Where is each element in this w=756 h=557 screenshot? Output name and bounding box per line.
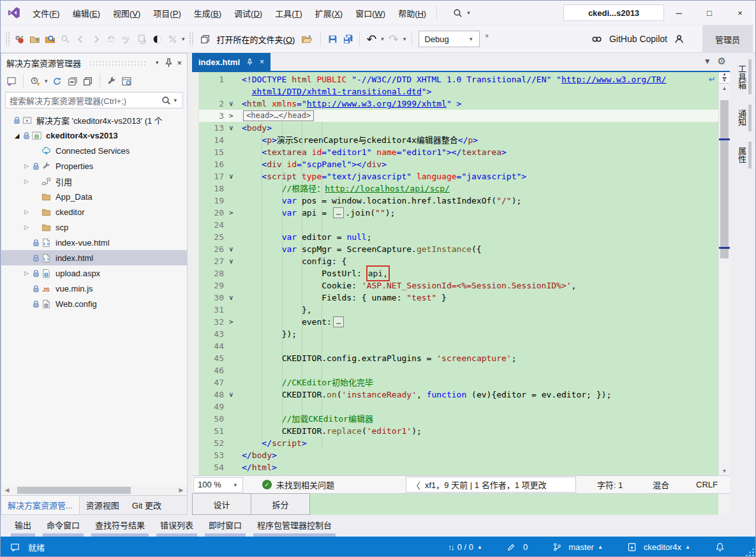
tree-item--ckeditor4x-vs2013-1-[interactable]: 解决方案 'ckeditor4x-vs2013' (1 个 [1,112,187,128]
code-line-51[interactable]: 51 CKEDITOR.replace('editor1'); [192,425,718,437]
code-line-15[interactable]: 15 <textarea id="editor1" name="editor1"… [192,146,718,158]
scroll-left-icon[interactable]: ◀ [2,487,12,493]
menu-item-8[interactable]: 窗口(W) [349,4,392,22]
collapsed-region-box[interactable]: <head>…</head> [243,110,314,121]
notifications-bell-button[interactable] [712,540,727,555]
menu-item-3[interactable]: 项目(P) [147,4,187,22]
menu-item-2[interactable]: 视图(V) [107,4,147,22]
code-line-19[interactable]: 19 var pos = window.location.href.lastIn… [192,195,718,207]
code-line-30[interactable]: 30∨ Fields: { uname: "test" } [192,292,718,304]
code-line-52[interactable]: 52 </script> [192,437,718,449]
expander-icon[interactable]: ◢ [12,132,22,139]
fold-toggle-icon[interactable]: ∨ [229,255,242,267]
solution-configuration-select[interactable]: Debug ▾ [419,31,480,47]
github-copilot-button[interactable]: GitHub Copilot [589,31,687,47]
code-line-45[interactable]: 45 CKEDITOR.config.extraPlugins = 'scree… [192,352,718,364]
theme-circle-icon[interactable] [149,31,165,47]
open-containing-folder-button[interactable]: 打开所在的文件夹(O) [195,30,317,48]
menu-item-1[interactable]: 编辑(E) [66,4,107,22]
save-icon[interactable] [325,31,340,47]
codelens-git-info[interactable]: 〈 xf1，9 天前 | 1 名作者，1 项更改 [406,477,576,493]
code-line-49[interactable]: 49 [192,401,718,413]
code-line-31[interactable]: 31 }, [192,304,718,316]
fold-toggle-icon[interactable]: ∨ [229,389,242,401]
menu-item-0[interactable]: 文件(F) [26,4,66,22]
code-line-17[interactable]: 17∨ <script type="text/javascript" langu… [192,170,718,182]
save-all-icon[interactable] [340,31,355,47]
manage-extensions-icon[interactable] [11,31,27,47]
fold-toggle-icon[interactable]: > [229,207,242,219]
toolbar-dropdown-caret-icon[interactable]: ▾ [180,36,187,42]
minimize-button[interactable]: ─ [663,1,694,25]
pending-changes-filter-icon[interactable] [27,73,43,89]
menu-item-7[interactable]: 扩展(X) [309,4,349,22]
code-line-14[interactable]: 14 <p>演示ScreenCapture与ckeditor4x编辑器整合</p… [192,134,718,146]
undo-dropdown-caret-icon[interactable]: ▾ [379,36,386,42]
bottom-tab-1[interactable]: 命令窗口 [40,517,86,538]
document-tab-index-html[interactable]: index.html × [192,53,271,71]
code-line-25[interactable]: 25 var editor = null; [192,231,718,243]
solution-explorer-tab-2[interactable]: Git 更改 [126,496,168,514]
bottom-tab-4[interactable]: 即时窗口 [202,517,248,538]
expander-icon[interactable]: ▷ [22,209,31,215]
code-lines[interactable]: 1<!DOCTYPE html PUBLIC "-//W3C//DTD XHTM… [192,73,718,473]
panel-drag-handle[interactable] [89,60,146,66]
tree-item--[interactable]: ▷引用 [1,174,187,189]
right-tab-1[interactable]: 通知 [735,105,752,131]
toolbar-grip[interactable] [189,32,193,46]
fold-toggle-icon[interactable]: > [229,110,242,122]
tree-item-properties[interactable]: ▷Properties [1,158,187,174]
toolbar-overflow-icon[interactable]: » [484,34,491,44]
encoding-indicator[interactable]: 混合 [638,479,684,491]
git-branch-button[interactable]: master ▲ [549,540,603,555]
breakpoint-margin[interactable] [192,72,199,475]
document-list-caret-icon[interactable]: ▼ [704,57,711,66]
sync-with-active-document-icon[interactable] [50,73,65,89]
code-line-53[interactable]: 53</body> [192,449,718,461]
menu-item-9[interactable]: 帮助(H) [392,4,433,22]
scrollbar-track[interactable] [719,93,730,466]
code-line-13[interactable]: 13∨<body> [192,122,718,134]
document-health-indicator[interactable]: ✓ 未找到相关问题 [262,479,334,491]
maximize-button[interactable]: □ [694,1,725,25]
tree-item-ckeditor[interactable]: ▷ckeditor [1,204,187,219]
scrollbar-thumb[interactable] [17,487,131,494]
code-line-50[interactable]: 50 //加载CKEditor编辑器 [192,413,718,425]
code-editor[interactable]: 1<!DOCTYPE html PUBLIC "-//W3C//DTD XHTM… [192,72,730,475]
code-line-18[interactable]: 18 //根路径：http://localhost/api/scp/ [192,182,718,195]
search-caret-icon[interactable]: ▾ [172,97,179,103]
menu-item-4[interactable]: 生成(B) [188,4,228,22]
tree-item-ckeditor4x-vs2013[interactable]: ◢ckeditor4x-vs2013 [1,128,187,143]
code-line-2[interactable]: 2∨<html xmlns="http://www.w3.org/1999/xh… [192,98,718,110]
right-tab-2[interactable]: 属性 [735,142,752,168]
scroll-down-icon[interactable]: ▼ [722,466,727,475]
properties-wrench-icon[interactable] [104,73,119,89]
eol-indicator[interactable]: CRLF [684,480,730,489]
pending-edits-button[interactable]: 0 [504,540,528,555]
zoom-select[interactable]: 100 % ▾ [193,477,243,493]
tab-pin-icon[interactable] [246,58,254,66]
bottom-tab-0[interactable]: 输出 [8,517,38,538]
toolbar-grip[interactable] [5,32,10,46]
code-line-3[interactable]: 3><head>…</head> [192,110,718,122]
show-all-files-icon[interactable] [80,73,96,89]
editor-settings-gear-icon[interactable]: ⚙ [718,56,726,67]
expander-icon[interactable]: ▷ [22,163,31,169]
solution-explorer-search[interactable]: 搜索解决方案资源管理器(Ctrl+;) ▾ [5,92,183,108]
tab-close-icon[interactable]: × [260,57,264,66]
expander-icon[interactable]: ▷ [22,224,31,230]
bottom-tab-5[interactable]: 程序包管理器控制台 [251,517,338,538]
tree-item-upload.aspx[interactable]: ▷upload.aspx [1,265,187,281]
preview-selected-icon[interactable] [119,73,135,89]
search-dropdown-caret-icon[interactable]: ▾ [465,10,472,16]
pin-icon[interactable] [163,55,174,70]
tree-item-connected-services[interactable]: Connected Services [1,143,187,158]
panel-menu-caret-icon[interactable]: ▾ [154,59,161,66]
code-line-16[interactable]: 16 <div id="scpPanel"></div> [192,158,718,170]
editor-vertical-scrollbar[interactable]: ▲▬▼ ▲ ▼ [718,72,730,475]
fold-toggle-icon[interactable]: ∨ [229,292,242,304]
code-line-44[interactable]: 44 [192,340,718,352]
fold-toggle-icon[interactable]: ∨ [229,170,242,182]
tree-item-web.config[interactable]: Web.config [1,296,187,311]
tree-item-scp[interactable]: ▷scp [1,219,187,235]
